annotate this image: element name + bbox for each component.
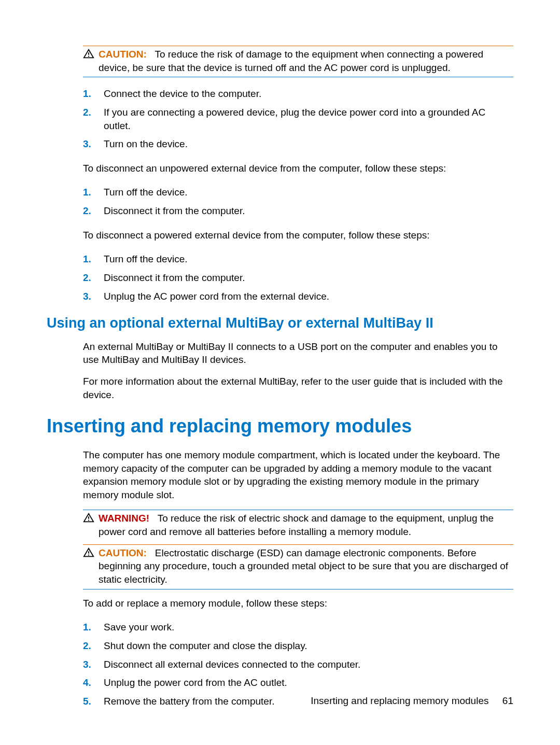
- list-item-number: 3.: [83, 290, 92, 303]
- list-item: 2.If you are connecting a powered device…: [83, 103, 513, 135]
- list-item: 3.Unplug the AC power cord from the exte…: [83, 287, 513, 306]
- list-item-number: 4.: [83, 676, 92, 690]
- list-item: 1.Turn off the device.: [83, 250, 513, 269]
- caution-label: CAUTION:: [99, 49, 147, 60]
- ordered-list: 1.Turn off the device.2.Disconnect it fr…: [83, 250, 513, 305]
- caution-content: CAUTION: To reduce the risk of damage to…: [99, 48, 513, 74]
- body-paragraph: The computer has one memory module compa…: [83, 448, 513, 502]
- list-item: 2.Shut down the computer and close the d…: [83, 637, 513, 655]
- list-item: 3.Turn on the device.: [83, 135, 513, 153]
- list-item-text: Connect the device to the computer.: [104, 87, 261, 101]
- caution-content: CAUTION: Electrostatic discharge (ESD) c…: [99, 546, 513, 586]
- warning-label: WARNING!: [99, 513, 149, 524]
- list-item-text: Shut down the computer and close the dis…: [104, 639, 307, 653]
- document-page: CAUTION: To reduce the risk of damage to…: [0, 0, 560, 745]
- warning-icon: [83, 512, 94, 527]
- caution-box: CAUTION: To reduce the risk of damage to…: [83, 46, 513, 77]
- caution-text: Electrostatic discharge (ESD) can damage…: [99, 547, 508, 585]
- warning-box: WARNING! To reduce the risk of electric …: [83, 510, 513, 541]
- list-item-text: Turn on the device.: [104, 137, 188, 151]
- caution-text: To reduce the risk of damage to the equi…: [99, 49, 483, 73]
- list-item: 2.Disconnect it from the computer.: [83, 269, 513, 287]
- heading-1: Inserting and replacing memory modules: [47, 414, 513, 439]
- list-item-text: Unplug the power cord from the AC outlet…: [104, 676, 287, 690]
- list-item-number: 3.: [83, 658, 92, 671]
- list-item-number: 1.: [83, 621, 92, 634]
- ordered-list: 1.Connect the device to the computer.2.I…: [83, 85, 513, 153]
- body-paragraph: To disconnect an unpowered external devi…: [83, 162, 513, 175]
- ordered-list: 1.Turn off the device.2.Disconnect it fr…: [83, 183, 513, 220]
- list-item-text: Turn off the device.: [104, 252, 188, 266]
- list-item-number: 2.: [83, 204, 92, 218]
- list-item-number: 3.: [83, 137, 92, 151]
- list-item: 2.Disconnect it from the computer.: [83, 202, 513, 220]
- warning-content: WARNING! To reduce the risk of electric …: [99, 512, 513, 538]
- list-item: 3.Disconnect all external devices connec…: [83, 655, 513, 674]
- list-item-text: Disconnect all external devices connecte…: [104, 658, 360, 671]
- list-item-text: Disconnect it from the computer.: [104, 271, 245, 285]
- svg-point-5: [88, 554, 89, 555]
- svg-point-3: [88, 520, 89, 521]
- svg-point-1: [88, 55, 89, 57]
- body-paragraph: For more information about the external …: [83, 375, 513, 401]
- list-item-text: Turn off the device.: [104, 186, 188, 199]
- list-item: 4.Unplug the power cord from the AC outl…: [83, 673, 513, 692]
- caution-box: CAUTION: Electrostatic discharge (ESD) c…: [83, 544, 513, 589]
- footer-section: Inserting and replacing memory modules: [311, 695, 488, 706]
- list-item: 1.Turn off the device.: [83, 183, 513, 202]
- body-paragraph: To disconnect a powered external device …: [83, 229, 513, 242]
- list-item-number: 2.: [83, 106, 92, 132]
- caution-icon: [83, 547, 94, 562]
- caution-icon: [83, 48, 94, 63]
- heading-2: Using an optional external MultiBay or e…: [47, 314, 513, 332]
- list-item-number: 1.: [83, 87, 92, 101]
- list-item-number: 5.: [83, 695, 92, 708]
- warning-text: To reduce the risk of electric shock and…: [99, 513, 494, 537]
- list-item: 1.Save your work.: [83, 618, 513, 637]
- page-footer: Inserting and replacing memory modules 6…: [311, 694, 513, 708]
- list-item-text: Unplug the AC power cord from the extern…: [104, 290, 329, 303]
- list-item-text: Save your work.: [104, 621, 174, 634]
- list-item-number: 2.: [83, 639, 92, 653]
- footer-page-number: 61: [502, 695, 513, 706]
- list-item: 1.Connect the device to the computer.: [83, 85, 513, 103]
- list-item-number: 1.: [83, 252, 92, 266]
- list-item-text: Remove the battery from the computer.: [104, 695, 275, 708]
- list-item-text: If you are connecting a powered device, …: [104, 106, 513, 132]
- list-item-number: 1.: [83, 186, 92, 199]
- caution-label: CAUTION:: [99, 547, 147, 558]
- body-paragraph: To add or replace a memory module, follo…: [83, 597, 513, 610]
- list-item-text: Disconnect it from the computer.: [104, 204, 245, 218]
- body-paragraph: An external MultiBay or MultiBay II conn…: [83, 340, 513, 367]
- list-item-number: 2.: [83, 271, 92, 285]
